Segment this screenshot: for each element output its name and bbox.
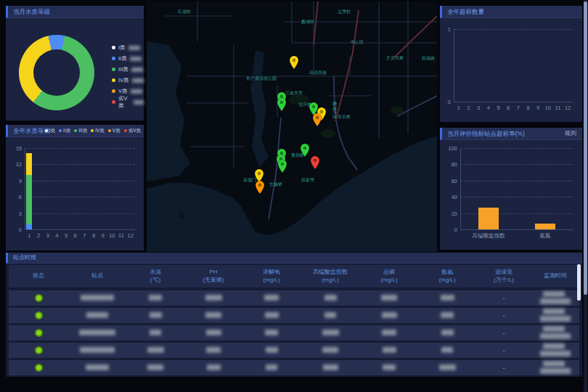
bar-segment	[26, 175, 32, 224]
redacted-value	[540, 333, 571, 339]
status-cell	[9, 311, 68, 319]
status-cell	[9, 329, 68, 337]
redacted-value	[266, 364, 277, 370]
redacted-value	[381, 295, 397, 301]
panel-month-rate: 当月评价指标站点超标率(%) 规则 020406080100高锰酸盐指数氨氮	[440, 128, 582, 250]
legend-dot	[112, 57, 115, 60]
page-scrollbar-thumb[interactable]	[584, 1, 587, 295]
y-axis-tick: 9	[9, 178, 22, 184]
panel-title: 全年超标数量	[447, 6, 484, 17]
redacted-value	[131, 89, 142, 94]
redacted-value	[543, 326, 565, 332]
algae-cell: -	[476, 347, 531, 354]
value-redacted	[184, 330, 242, 337]
legend-label: V类	[113, 128, 121, 134]
table-row[interactable]: -	[9, 343, 579, 358]
table-row[interactable]: -	[9, 325, 579, 340]
value-redacted	[126, 330, 184, 337]
table-row[interactable]: -	[9, 290, 579, 306]
status-indicator	[35, 311, 43, 319]
panel-month-rate-header: 当月评价指标站点超标率(%) 规则	[440, 128, 582, 140]
station-map[interactable]: 石塘村五里村蠡湖区中心区天安大桥机场路高浪西路长广溪湿地公园江南大学北庄桥蠡湖大…	[147, 1, 437, 252]
value-redacted	[418, 364, 476, 372]
table-row[interactable]: -	[9, 308, 579, 323]
redacted-value	[150, 312, 162, 318]
x-axis-tick: 高锰酸盐指数	[464, 232, 513, 240]
rules-link[interactable]: 规则	[565, 128, 576, 139]
algae-cell: -	[476, 295, 531, 301]
redacted-value	[265, 312, 279, 318]
legend-label: II类	[118, 55, 127, 62]
legend-item: IV类	[91, 125, 105, 136]
status-indicator	[35, 329, 43, 337]
bar-segment	[26, 153, 32, 175]
column-header: 高锰酸盐指数(mg/L)	[301, 269, 360, 284]
legend-item: I类	[112, 42, 144, 53]
redacted-value	[206, 347, 221, 353]
status-cell	[9, 294, 68, 302]
value-redacted	[360, 312, 418, 319]
panel-title: 当月评价指标站点超标率(%)	[447, 128, 525, 139]
value-redacted	[360, 330, 418, 337]
value-redacted	[418, 330, 476, 337]
value-redacted	[242, 295, 301, 302]
year-grade-bar-chart: 03691215123456789101112	[9, 141, 141, 248]
redacted-value	[540, 368, 571, 374]
gridline	[25, 213, 135, 214]
legend-label: I类	[49, 128, 55, 134]
column-header: 监测时间	[531, 272, 579, 279]
y-axis-tick: 0	[443, 226, 457, 233]
value-redacted	[184, 347, 242, 354]
page-scrollbar-track[interactable]	[584, 0, 587, 392]
legend-item: II类	[112, 53, 144, 64]
algae-cell: -	[476, 364, 531, 371]
column-header: 站点	[68, 272, 126, 279]
redacted-value	[543, 309, 565, 314]
legend-dot	[112, 100, 115, 104]
map-label: 天安大桥	[386, 55, 404, 60]
legend-dot	[112, 46, 115, 49]
redacted-value	[324, 312, 336, 318]
redacted-value	[540, 351, 571, 356]
legend-dot	[108, 129, 111, 132]
panel-year-exceed: 全年超标数量 01123456789101112	[440, 6, 582, 122]
gridline	[460, 197, 573, 197]
legend-dot	[112, 89, 115, 93]
value-redacted	[418, 295, 476, 302]
legend-item: III类	[74, 125, 87, 136]
redacted-value	[205, 295, 222, 301]
value-redacted	[301, 312, 360, 319]
table-header-row: 状态站点水温(℃)PH(无量纲)溶解氧(mg/L)高锰酸盐指数(mg/L)总磷(…	[9, 265, 579, 287]
table-scrollbar-thumb[interactable]	[577, 264, 581, 301]
map-label: 长广溪湿地公园	[246, 75, 277, 81]
redacted-value	[86, 312, 108, 318]
station-name-redacted	[68, 347, 126, 354]
year-exceed-bar-chart: 01123456789101112	[442, 22, 580, 119]
gridline	[454, 102, 573, 102]
redacted-value	[441, 295, 454, 301]
value-redacted	[126, 295, 184, 302]
column-header: 总磷(mg/L)	[360, 269, 418, 284]
table-row[interactable]: -	[9, 360, 579, 375]
bar-segment	[26, 224, 32, 229]
legend-label: IV类	[118, 77, 129, 84]
redacted-value	[264, 295, 279, 301]
redacted-value	[265, 330, 278, 335]
map-label: 江南大学	[285, 90, 303, 95]
legend-dot	[45, 129, 48, 132]
value-redacted	[301, 330, 360, 337]
panel-station-table: 站点时报 状态站点水温(℃)PH(无量纲)溶解氧(mg/L)高锰酸盐指数(mg/…	[6, 253, 582, 377]
gridline	[25, 197, 135, 197]
column-header: 溶解氧(mg/L)	[242, 269, 301, 284]
donut-legend: I类II类III类IV类V类劣V类	[112, 42, 144, 107]
redacted-value	[147, 347, 164, 353]
redacted-value	[322, 347, 338, 353]
value-redacted	[242, 364, 301, 372]
x-axis-tick: 12	[543, 105, 588, 111]
redacted-value	[439, 364, 456, 370]
redacted-value	[206, 330, 221, 335]
value-redacted	[360, 347, 418, 354]
month-grade-donut-chart	[19, 35, 94, 110]
column-header: 状态	[9, 272, 68, 279]
y-axis-tick: 20	[443, 211, 457, 217]
